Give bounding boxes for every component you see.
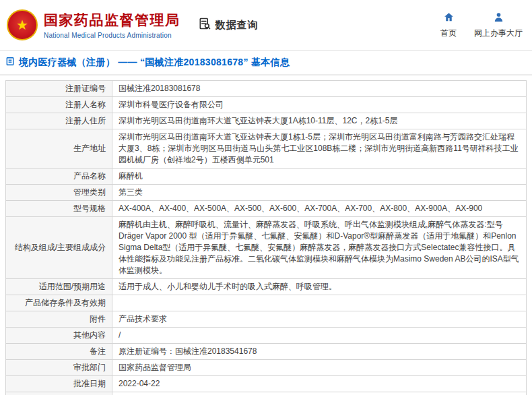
page-header: ★ 国家药品监督管理局 National Medical Products Ad… bbox=[0, 0, 532, 51]
info-table-body: 注册证编号国械注准20183081678注册人名称深圳市科曼医疗设备有限公司注册… bbox=[6, 81, 527, 395]
data-query-menu-item[interactable]: 数据查询 bbox=[198, 17, 259, 33]
row-label: 批准日期 bbox=[6, 376, 112, 392]
nav-item-service-hall-label: 网上办事大厅 bbox=[474, 28, 523, 39]
person-icon bbox=[493, 11, 504, 26]
row-label: 生产地址 bbox=[6, 129, 112, 169]
table-row: 注册证编号国械注准20183081678 bbox=[6, 81, 527, 97]
table-row: 注册人名称深圳市科曼医疗设备有限公司 bbox=[6, 97, 527, 113]
row-value: 适用于成人、小儿和婴幼儿手术时的吸入式麻醉、呼吸管理。 bbox=[112, 279, 527, 295]
org-names: 国家药品监督管理局 National Medical Products Admi… bbox=[44, 11, 180, 39]
row-value: 2023-04-10 bbox=[112, 392, 527, 395]
info-table: 注册证编号国械注准20183081678注册人名称深圳市科曼医疗设备有限公司注册… bbox=[5, 80, 527, 395]
row-value: 第三类 bbox=[112, 185, 527, 201]
table-row: 适用范围/预期用途适用于成人、小儿和婴幼儿手术时的吸入式麻醉、呼吸管理。 bbox=[6, 279, 527, 295]
row-value: 产品技术要求 bbox=[112, 311, 527, 328]
table-row: 审批部门国家药品监督管理局 bbox=[6, 360, 527, 376]
table-row: 产品名称麻醉机 bbox=[6, 169, 527, 185]
table-row: 其他内容/ bbox=[6, 328, 527, 344]
row-value: 2022-04-22 bbox=[112, 376, 527, 392]
data-query-icon bbox=[198, 17, 211, 33]
row-value bbox=[112, 295, 527, 311]
org-name: 国家药品监督管理局 bbox=[44, 11, 180, 30]
row-label: 其他内容 bbox=[6, 328, 112, 344]
row-value: / bbox=[112, 328, 527, 344]
nav-item-service-hall[interactable]: 网上办事大厅 bbox=[474, 11, 523, 39]
table-row: 型号规格AX-400A、AX-400、AX-500A、AX-500、AX-600… bbox=[6, 201, 527, 217]
row-label: 注册人住所 bbox=[6, 113, 112, 129]
header-nav: 首页 网上办事大厅 bbox=[440, 11, 523, 39]
table-row: 生产地址深圳市光明区马田街道南环大道飞亚达钟表大厦1栋1-5层；深圳市光明区马田… bbox=[6, 129, 527, 169]
breadcrumb-bar: 境内医疗器械（注册） —— “国械注准20183081678” 基本信息 bbox=[0, 51, 532, 75]
row-label: 管理类别 bbox=[6, 185, 112, 201]
row-label: 备注 bbox=[6, 344, 112, 360]
table-row: 生效日期2023-04-10 bbox=[6, 392, 527, 395]
table-row: 产品储存条件及有效期 bbox=[6, 295, 527, 311]
row-label: 附件 bbox=[6, 311, 112, 328]
row-value: 深圳市光明区马田街道南环大道飞亚达钟表大厦1栋1-5层；深圳市光明区马田街道富利… bbox=[112, 129, 527, 169]
row-label: 结构及组成/主要组成成分 bbox=[6, 217, 112, 279]
row-label: 产品储存条件及有效期 bbox=[6, 295, 112, 311]
nav-item-home-label: 首页 bbox=[440, 28, 457, 39]
row-value: 麻醉机由主机、麻醉呼吸机、流量计、麻醉蒸发器、呼吸系统、呼出气体监测模块组成,麻… bbox=[112, 217, 527, 279]
national-emblem-icon: ★ bbox=[7, 9, 38, 40]
row-label: 注册证编号 bbox=[6, 81, 112, 97]
row-value: 麻醉机 bbox=[112, 169, 527, 185]
row-value: 原注册证编号：国械注准20183541678 bbox=[112, 344, 527, 360]
row-label: 生效日期 bbox=[6, 392, 112, 395]
row-label: 适用范围/预期用途 bbox=[6, 279, 112, 295]
table-row: 附件产品技术要求 bbox=[6, 311, 527, 328]
emblem-star-icon: ★ bbox=[16, 18, 28, 32]
row-label: 审批部门 bbox=[6, 360, 112, 376]
table-row: 管理类别第三类 bbox=[6, 185, 527, 201]
row-value: 国械注准20183081678 bbox=[112, 81, 527, 97]
row-value: 深圳市科曼医疗设备有限公司 bbox=[112, 97, 527, 113]
table-row: 批准日期2022-04-22 bbox=[6, 376, 527, 392]
nmpa-logo-block: ★ 国家药品监督管理局 National Medical Products Ad… bbox=[7, 9, 180, 40]
org-name-english: National Medical Products Administration bbox=[44, 32, 180, 39]
nav-item-home[interactable]: 首页 bbox=[440, 11, 457, 39]
row-value: 深圳市光明区马田街道南环大道飞亚达钟表大厦1A栋10-11层、12C，2栋1-5… bbox=[112, 113, 527, 129]
row-label: 产品名称 bbox=[6, 169, 112, 185]
row-value: AX-400A、AX-400、AX-500A、AX-500、AX-600、AX-… bbox=[112, 201, 527, 217]
document-icon bbox=[5, 57, 15, 69]
table-row: 备注原注册证编号：国械注准20183541678 bbox=[6, 344, 527, 360]
row-label: 注册人名称 bbox=[6, 97, 112, 113]
table-row: 注册人住所深圳市光明区马田街道南环大道飞亚达钟表大厦1A栋10-11层、12C，… bbox=[6, 113, 527, 129]
row-value: 国家药品监督管理局 bbox=[112, 360, 527, 376]
home-icon bbox=[443, 11, 455, 26]
page-title: 境内医疗器械（注册） —— “国械注准20183081678” 基本信息 bbox=[19, 57, 290, 69]
row-label: 型号规格 bbox=[6, 201, 112, 217]
table-row: 结构及组成/主要组成成分麻醉机由主机、麻醉呼吸机、流量计、麻醉蒸发器、呼吸系统、… bbox=[6, 217, 527, 279]
registration-info-section: 注册证编号国械注准20183081678注册人名称深圳市科曼医疗设备有限公司注册… bbox=[0, 75, 532, 395]
data-query-label: 数据查询 bbox=[215, 19, 259, 32]
